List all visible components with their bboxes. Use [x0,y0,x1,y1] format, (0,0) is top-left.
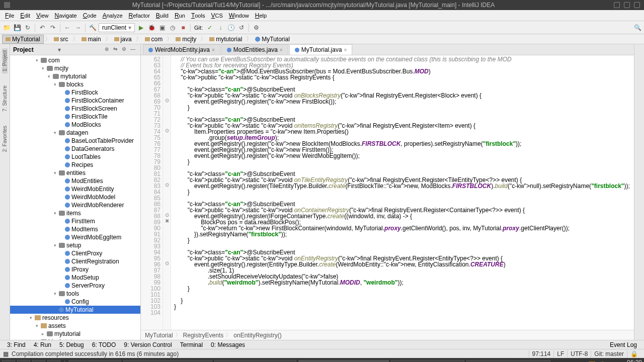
tree-item-datagenerators[interactable]: DataGenerators [10,145,140,153]
taskbar-obs-status[interactable]: OBS 0.0.1 (linux) - Profile: ... [466,360,550,362]
tree-item-com[interactable]: ▾com [10,56,140,64]
tool-tab-event-log[interactable]: Event Log [606,341,641,348]
close-tab-icon[interactable]: × [280,47,283,53]
taskbar-window-button[interactable]: IntelliJ IDEA Community E... [298,360,389,362]
tree-toggle-icon[interactable]: ▾ [52,211,57,216]
status-line-sep[interactable]: LF [553,350,567,357]
tool-tab-9-version-control[interactable]: 9: Version Control [120,341,176,348]
tree-toggle-icon[interactable]: ▾ [52,291,57,296]
editor-crumb-item[interactable]: MyTutorial [145,332,173,339]
editor-tab[interactable]: WeirdMobEntity.java× [143,44,220,55]
project-scroll-from-source-button[interactable]: ⊕ [105,46,112,53]
tree-item-loottables[interactable]: LootTables [10,153,140,161]
open-file-button[interactable]: 📁 [2,23,11,32]
editor-crumb-item[interactable]: RegistryEvents [183,332,224,339]
menu-tools[interactable]: Tools [188,12,208,19]
status-readonly-lock-icon[interactable]: 🔒 [627,350,641,357]
menu-run[interactable]: Run [172,12,188,19]
tree-item-weirdmobentity[interactable]: WeirdMobEntity [10,185,140,193]
breadcrumb-item[interactable]: MyTutorial [2,35,44,44]
tool-tab-5-debug[interactable]: 5: Debug [55,341,88,348]
tree-item-mytutorial[interactable]: MyTutorial [10,306,140,314]
tool-tab-terminal[interactable]: Terminal [176,341,207,348]
menu-refactor[interactable]: Refactor [126,12,153,19]
editor-tab[interactable]: MyTutorial.java× [289,44,353,55]
tool-tab-6-todo[interactable]: 6: TODO [88,341,120,348]
close-tab-icon[interactable]: × [344,47,347,53]
tree-toggle-icon[interactable]: ▾ [52,243,57,248]
tree-toggle-icon[interactable]: ▾ [34,58,39,63]
project-hide-button[interactable]: — [130,46,137,53]
tree-toggle-icon[interactable]: ▾ [28,315,33,320]
coverage-button[interactable]: ▣ [157,23,167,32]
menu-code[interactable]: Code [80,12,100,19]
tree-item-weirdmobmodel[interactable]: WeirdMobModel [10,193,140,201]
menu-navigate[interactable]: Navigate [52,12,80,19]
menu-window[interactable]: Window [226,12,252,19]
sync-button[interactable]: ↻ [23,23,32,32]
profile-button[interactable]: ◷ [168,23,177,32]
tool-tab-3-find[interactable]: 3: Find [3,341,30,348]
menu-file[interactable]: File [2,12,17,19]
build-button[interactable]: 🔨 [88,23,97,32]
editor-tab[interactable]: ModEntities.java× [221,44,288,55]
tree-item-firstblock[interactable]: FirstBlock [10,88,140,97]
tree-item-resources[interactable]: ▾resources [10,314,140,322]
taskbar-obs[interactable] [47,360,60,362]
taskbar-window-button[interactable]: #modder-support-114 -... [214,360,296,362]
tree-item-modsetup[interactable]: ModSetup [10,274,140,282]
tree-item-tools[interactable]: ▾tools [10,290,140,298]
taskbar-window-button[interactable]: ep8 – Dolphin [69,360,121,362]
vcs-history-button[interactable]: 🕓 [226,23,235,32]
project-tree[interactable]: ▾com▾mcjty▾mytutorial▾blocksFirstBlockFi… [10,55,140,340]
taskbar-chrome[interactable] [17,360,30,362]
tree-item-modentities[interactable]: ModEntities [10,177,140,185]
breadcrumb-item[interactable]: mytutorial [206,35,245,43]
close-tab-icon[interactable]: × [212,47,215,53]
tree-item-clientproxy[interactable]: ClientProxy [10,249,140,257]
tree-item-weirdmobrenderer[interactable]: WeirdMobRenderer [10,201,140,209]
tree-item-blockstates[interactable]: ▸blockstates [10,338,140,340]
tree-item-firstblockscreen[interactable]: FirstBlockScreen [10,105,140,113]
tree-item-assets[interactable]: ▾assets [10,322,140,330]
taskbar-window-button[interactable]: jorrit : bash – Konsole [391,360,464,362]
tree-item-iproxy[interactable]: IProxy [10,265,140,274]
redo-button[interactable]: ↷ [48,23,57,32]
tree-item-setup[interactable]: ▾setup [10,241,140,249]
run-button[interactable]: ▶ [136,23,145,32]
taskbar-discord[interactable] [32,360,45,362]
tree-item-mytutorial[interactable]: ▸mytutorial [10,330,140,338]
tree-item-modblocks[interactable]: ModBlocks [10,121,140,129]
menu-view[interactable]: View [33,12,52,19]
run-config-selector[interactable]: runClient ▾ [99,23,135,32]
tree-item-firstitem[interactable]: FirstItem [10,217,140,225]
tree-item-datagen[interactable]: ▾datagen [10,129,140,137]
tree-item-firstblocktile[interactable]: FirstBlockTile [10,113,140,121]
search-everywhere-button[interactable]: 🔍 [633,23,642,32]
tool-tab-4-run[interactable]: 4: Run [30,341,55,348]
tree-toggle-icon[interactable]: ▾ [52,130,57,135]
menu-edit[interactable]: Edit [17,12,33,19]
tree-toggle-icon[interactable]: ▸ [40,331,45,336]
breadcrumb-item[interactable]: main [78,35,104,43]
system-clock[interactable]: 06:30 02.09.19 [618,360,642,362]
menu-help[interactable]: Help [252,12,270,19]
tree-item-clientregistration[interactable]: ClientRegistration [10,257,140,265]
tree-item-blocks[interactable]: ▾blocks [10,80,140,88]
project-collapse-all-button[interactable]: ⇆ [113,46,120,53]
tree-item-entities[interactable]: ▾entities [10,169,140,177]
ide-settings-button[interactable]: ⚙ [252,23,261,32]
status-encoding[interactable]: UTF-8 [567,350,591,357]
app-launcher-button[interactable] [2,360,15,362]
undo-button[interactable]: ↶ [38,23,47,32]
save-all-button[interactable]: 💾 [13,23,22,32]
breadcrumb-item[interactable]: java [111,35,135,43]
tool-tab-favorites[interactable]: 2: Favorites [2,124,8,154]
tree-item-recipes[interactable]: Recipes [10,161,140,169]
code-editor[interactable]: 6263646566676869707172737475767778798081… [141,55,634,330]
breadcrumb-item[interactable]: src [51,35,71,43]
tree-item-weirdmobeggitem[interactable]: WeirdMobEggItem [10,233,140,241]
vcs-rollback-button[interactable]: ↺ [237,23,246,32]
code-content[interactable]: // You can use EventBusSubscriber to aut… [171,55,634,330]
status-toggle-toolwindows-icon[interactable]: ▦ [3,350,9,357]
